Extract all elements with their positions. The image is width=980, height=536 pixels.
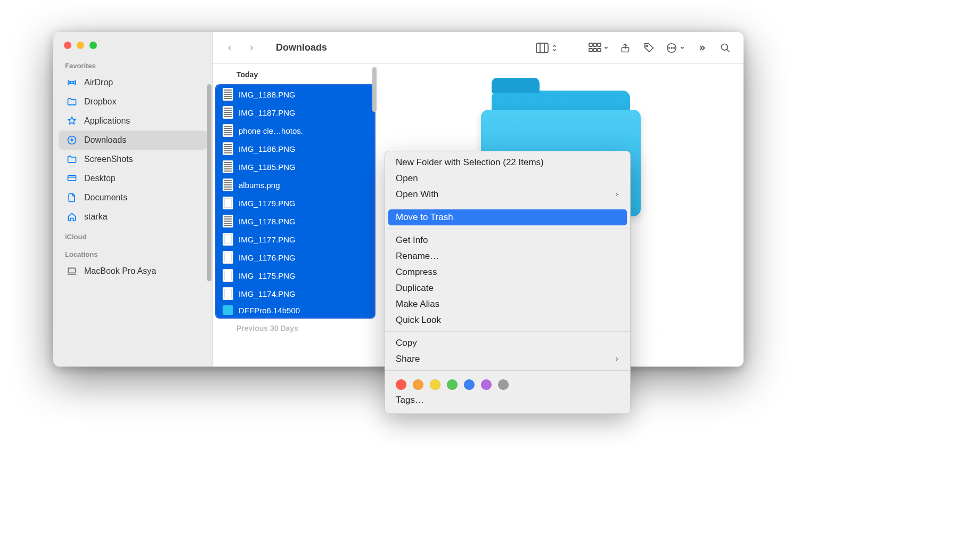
file-row[interactable]: IMG_1175.PNG xyxy=(216,266,374,285)
sidebar-item-downloads[interactable]: Downloads xyxy=(59,131,207,150)
sidebar-item-home[interactable]: starka xyxy=(59,207,207,226)
overflow-button[interactable] xyxy=(693,37,710,59)
sidebar-item-dropbox[interactable]: Dropbox xyxy=(59,92,207,111)
menu-item[interactable]: Share xyxy=(385,351,630,367)
menu-item[interactable]: Open xyxy=(385,170,630,186)
file-row[interactable]: IMG_1186.PNG xyxy=(216,140,374,158)
view-columns-button[interactable] xyxy=(535,37,558,59)
menu-item[interactable]: Rename… xyxy=(385,248,630,264)
context-menu: New Folder with Selection (22 Items)Open… xyxy=(385,151,631,414)
file-name: IMG_1176.PNG xyxy=(239,253,296,262)
file-name: albums.png xyxy=(239,181,280,190)
file-row[interactable]: albums.png xyxy=(216,176,374,194)
menu-item-tags[interactable]: Tags… xyxy=(385,392,630,408)
svg-rect-6 xyxy=(593,43,597,46)
menu-item[interactable]: Compress xyxy=(385,264,630,280)
file-row[interactable]: IMG_1176.PNG xyxy=(216,248,374,266)
file-row[interactable]: IMG_1187.PNG xyxy=(216,103,374,121)
tags-button[interactable] xyxy=(640,37,657,59)
chevron-right-icon xyxy=(614,355,619,363)
menu-item-label: Tags… xyxy=(396,395,424,405)
menu-item-label: Rename… xyxy=(396,251,439,262)
menu-item-label: Copy xyxy=(396,338,417,348)
svg-rect-10 xyxy=(598,48,601,52)
sidebar-item-documents[interactable]: Documents xyxy=(59,188,207,207)
file-name: IMG_1188.PNG xyxy=(239,90,296,99)
file-name: IMG_1175.PNG xyxy=(239,271,296,280)
back-button[interactable] xyxy=(223,37,238,59)
tag-color-dot[interactable] xyxy=(447,379,458,390)
menu-item[interactable]: Duplicate xyxy=(385,280,630,296)
svg-rect-8 xyxy=(589,48,592,52)
svg-rect-4 xyxy=(536,43,548,53)
file-name: IMG_1174.PNG xyxy=(239,289,296,298)
window-controls xyxy=(53,32,213,55)
menu-item[interactable]: Open With xyxy=(385,186,630,202)
menu-item[interactable]: Make Alias xyxy=(385,296,630,312)
file-row[interactable]: IMG_1179.PNG xyxy=(216,194,374,212)
menu-item[interactable]: Get Info xyxy=(385,232,630,248)
apps-icon xyxy=(66,115,78,127)
sidebar-item-macbook[interactable]: MacBook Pro Asya xyxy=(59,262,207,281)
svg-rect-2 xyxy=(68,175,76,181)
svg-point-16 xyxy=(674,47,675,48)
svg-rect-5 xyxy=(589,43,592,46)
share-button[interactable] xyxy=(617,37,634,59)
menu-item[interactable]: Move to Trash xyxy=(388,209,627,225)
image-thumbnail-icon xyxy=(223,215,233,228)
menu-item-label: Get Info xyxy=(396,235,428,246)
sidebar-item-airdrop[interactable]: AirDrop xyxy=(59,73,207,92)
tag-color-dot[interactable] xyxy=(464,379,475,390)
tag-color-dot[interactable] xyxy=(413,379,423,390)
menu-item-label: New Folder with Selection (22 Items) xyxy=(396,157,544,168)
tag-color-row xyxy=(385,374,630,392)
document-icon xyxy=(66,192,78,204)
sidebar-item-label: MacBook Pro Asya xyxy=(84,266,156,276)
sidebar-section-favorites: Favorites xyxy=(53,55,213,73)
list-section-today: Today xyxy=(213,67,378,84)
tag-color-dot[interactable] xyxy=(498,379,509,390)
airdrop-icon xyxy=(66,77,78,88)
close-window-button[interactable] xyxy=(64,42,71,49)
image-thumbnail-icon xyxy=(223,160,233,173)
file-name: IMG_1179.PNG xyxy=(239,199,296,208)
image-thumbnail-icon xyxy=(223,106,233,119)
tag-color-dot[interactable] xyxy=(481,379,492,390)
menu-item[interactable]: Quick Look xyxy=(385,312,630,328)
sidebar-item-label: Desktop xyxy=(84,174,116,183)
fullscreen-window-button[interactable] xyxy=(89,42,97,49)
minimize-window-button[interactable] xyxy=(77,42,84,49)
file-row[interactable]: IMG_1188.PNG xyxy=(216,85,374,103)
file-row[interactable]: IMG_1178.PNG xyxy=(216,212,374,230)
download-icon xyxy=(66,134,78,146)
sidebar-scrollbar[interactable] xyxy=(207,84,211,281)
sidebar-item-label: Applications xyxy=(84,116,130,126)
sidebar-item-desktop[interactable]: Desktop xyxy=(59,169,207,188)
column-scrollbar[interactable] xyxy=(372,67,377,112)
search-button[interactable] xyxy=(717,37,734,59)
sidebar-item-screenshots[interactable]: ScreenShots xyxy=(59,150,207,169)
forward-button[interactable] xyxy=(244,37,259,59)
file-row[interactable]: IMG_1177.PNG xyxy=(216,230,374,248)
svg-point-15 xyxy=(671,47,672,48)
tag-color-dot[interactable] xyxy=(396,379,406,390)
menu-item[interactable]: New Folder with Selection (22 Items) xyxy=(385,155,630,170)
menu-item[interactable]: Copy xyxy=(385,335,630,351)
svg-point-17 xyxy=(722,44,728,50)
menu-item-label: Open With xyxy=(396,189,438,200)
group-button[interactable] xyxy=(587,37,610,59)
laptop-icon xyxy=(66,265,78,277)
tag-color-dot[interactable] xyxy=(430,379,440,390)
chevron-right-icon xyxy=(614,191,619,198)
file-row[interactable]: IMG_1174.PNG xyxy=(216,285,374,303)
svg-point-12 xyxy=(646,45,648,46)
sidebar-item-applications[interactable]: Applications xyxy=(59,111,207,131)
home-icon xyxy=(66,211,78,223)
more-button[interactable] xyxy=(664,37,687,59)
sidebar-item-label: ScreenShots xyxy=(84,155,133,164)
menu-separator xyxy=(385,370,630,371)
file-row[interactable]: phone cle…hotos. xyxy=(216,121,374,140)
file-row[interactable]: IMG_1185.PNG xyxy=(216,158,374,176)
image-thumbnail-icon xyxy=(223,124,233,137)
file-row[interactable]: DFFPro6.14b500 xyxy=(216,303,374,318)
